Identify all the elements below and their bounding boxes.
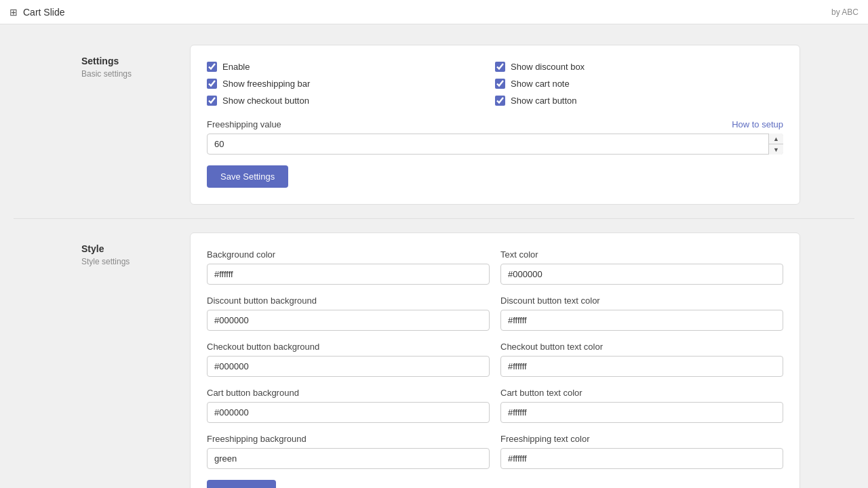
- settings-subtitle: Basic settings: [81, 69, 176, 79]
- style-section: Style Style settings Background color Te…: [14, 232, 854, 488]
- cart-btn-text-input[interactable]: [500, 402, 783, 423]
- bg-color-label: Background color: [207, 249, 490, 260]
- show-checkout-button-label[interactable]: Show checkout button: [222, 96, 309, 106]
- show-cart-note-label[interactable]: Show cart note: [511, 79, 570, 89]
- show-discount-box-label[interactable]: Show discount box: [511, 62, 585, 72]
- page-content: Settings Basic settings Enable Show disc…: [0, 24, 868, 488]
- freeshipping-text-field: Freeshipping text color: [500, 434, 783, 469]
- style-meta: Style Style settings: [14, 232, 190, 488]
- text-color-input[interactable]: [500, 264, 783, 285]
- freeshipping-label-row: Freeshipping value How to setup: [207, 119, 783, 129]
- cart-btn-bg-field: Cart button background: [207, 388, 490, 423]
- app-icon: ⊞: [9, 7, 18, 18]
- freeshipping-bg-label: Freeshipping background: [207, 434, 490, 444]
- show-freeshipping-bar-label[interactable]: Show freeshipping bar: [222, 79, 310, 89]
- checkout-btn-bg-field: Checkout button background: [207, 342, 490, 377]
- spinner-btns: ▲ ▼: [768, 134, 783, 155]
- app-title: Cart Slide: [23, 7, 64, 18]
- freeshipping-bg-input[interactable]: [207, 448, 490, 469]
- checkout-btn-bg-label: Checkout button background: [207, 342, 490, 352]
- checkbox-show-checkout-button: Show checkout button: [207, 96, 495, 106]
- freeshipping-label: Freeshipping value: [207, 119, 281, 129]
- freeshipping-input-wrap: ▲ ▼: [207, 134, 783, 155]
- checkout-btn-text-label: Checkout button text color: [500, 342, 783, 352]
- how-to-setup-link[interactable]: How to setup: [732, 119, 783, 129]
- freeshipping-text-input[interactable]: [500, 448, 783, 469]
- settings-meta: Settings Basic settings: [14, 45, 190, 205]
- checkbox-show-freeshipping-bar: Show freeshipping bar: [207, 79, 495, 89]
- bg-color-field: Background color: [207, 249, 490, 285]
- save-style-button[interactable]: Save Style: [207, 480, 276, 488]
- settings-heading: Settings: [81, 56, 176, 66]
- topbar-left: ⊞ Cart Slide: [9, 7, 64, 18]
- checkbox-grid: Enable Show discount box Show freeshippi…: [207, 62, 783, 106]
- discount-btn-bg-label: Discount button background: [207, 296, 490, 306]
- cart-btn-bg-input[interactable]: [207, 402, 490, 423]
- style-subtitle: Style settings: [81, 257, 176, 266]
- text-color-label: Text color: [500, 249, 783, 260]
- discount-btn-bg-field: Discount button background: [207, 296, 490, 331]
- topbar: ⊞ Cart Slide by ABC: [0, 0, 868, 24]
- cart-btn-bg-label: Cart button background: [207, 388, 490, 398]
- save-settings-button[interactable]: Save Settings: [207, 165, 288, 188]
- show-freeshipping-bar-checkbox[interactable]: [207, 79, 217, 89]
- style-heading: Style: [81, 243, 176, 254]
- color-grid: Background color Text color Discount but…: [207, 249, 783, 469]
- checkbox-show-discount-box: Show discount box: [495, 62, 783, 72]
- spinner-up-button[interactable]: ▲: [769, 134, 783, 144]
- checkbox-show-cart-note: Show cart note: [495, 79, 783, 89]
- discount-btn-text-input[interactable]: [500, 310, 783, 331]
- checkbox-enable: Enable: [207, 62, 495, 72]
- show-discount-box-checkbox[interactable]: [495, 62, 505, 72]
- settings-card: Enable Show discount box Show freeshippi…: [190, 45, 800, 205]
- show-cart-button-label[interactable]: Show cart button: [511, 96, 577, 106]
- checkout-btn-text-input[interactable]: [500, 356, 783, 377]
- show-checkout-button-checkbox[interactable]: [207, 96, 217, 106]
- freeshipping-field-row: Freeshipping value How to setup ▲ ▼: [207, 119, 783, 155]
- bg-color-input[interactable]: [207, 264, 490, 285]
- discount-btn-text-label: Discount button text color: [500, 296, 783, 306]
- show-cart-note-checkbox[interactable]: [495, 79, 505, 89]
- enable-checkbox[interactable]: [207, 62, 217, 72]
- settings-section: Settings Basic settings Enable Show disc…: [14, 45, 854, 205]
- style-card: Background color Text color Discount but…: [190, 232, 800, 488]
- discount-btn-bg-input[interactable]: [207, 310, 490, 331]
- text-color-field: Text color: [500, 249, 783, 285]
- show-cart-button-checkbox[interactable]: [495, 96, 505, 106]
- checkout-btn-text-field: Checkout button text color: [500, 342, 783, 377]
- freeshipping-bg-field: Freeshipping background: [207, 434, 490, 469]
- cart-btn-text-label: Cart button text color: [500, 388, 783, 398]
- freeshipping-input[interactable]: [207, 134, 783, 155]
- spinner-down-button[interactable]: ▼: [769, 144, 783, 155]
- cart-btn-text-field: Cart button text color: [500, 388, 783, 423]
- topbar-by: by ABC: [831, 7, 859, 17]
- freeshipping-text-label: Freeshipping text color: [500, 434, 783, 444]
- discount-btn-text-field: Discount button text color: [500, 296, 783, 331]
- section-divider: [14, 218, 854, 219]
- checkout-btn-bg-input[interactable]: [207, 356, 490, 377]
- checkbox-show-cart-button: Show cart button: [495, 96, 783, 106]
- enable-label[interactable]: Enable: [222, 62, 250, 72]
